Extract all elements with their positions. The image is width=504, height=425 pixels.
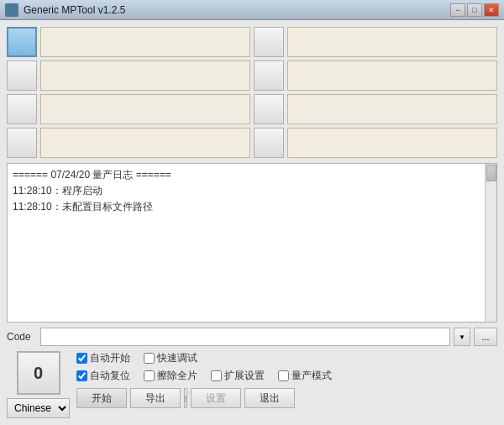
checkbox-auto-reset-input[interactable] <box>76 370 87 381</box>
language-select[interactable]: Chinese English <box>7 398 70 418</box>
checkbox-mass-production-label: 量产模式 <box>291 369 332 383</box>
slot-button-r1[interactable] <box>254 27 284 57</box>
checkbox-erase-all-input[interactable] <box>144 370 155 381</box>
code-dropdown-button[interactable]: ▼ <box>454 328 470 346</box>
slot-row-l2 <box>7 60 250 91</box>
log-line-2: 11:28:10：程序启动 <box>13 183 478 199</box>
checkbox-expand-settings-label: 扩展设置 <box>224 369 265 383</box>
slot-row-r1 <box>254 27 497 57</box>
slots-area <box>7 27 497 158</box>
checkbox-mass-production[interactable]: 量产模式 <box>278 369 332 383</box>
right-slots <box>254 27 497 158</box>
title-text: Generic MPTool v1.2.5 <box>24 4 125 16</box>
slot-button-r2[interactable] <box>254 60 284 91</box>
checkbox-auto-start-input[interactable] <box>76 353 87 364</box>
separator-button[interactable]: ⋮ <box>184 388 187 408</box>
title-buttons: − □ ✕ <box>450 3 499 17</box>
code-row: Code ▼ ... <box>7 328 497 346</box>
log-line-3: 11:28:10：未配置目标文件路径 <box>13 199 478 215</box>
export-button[interactable]: 导出 <box>130 388 181 408</box>
code-browse-button[interactable]: ... <box>474 328 497 346</box>
slot-row-l1 <box>7 27 250 57</box>
settings-button[interactable]: 设置 <box>191 388 241 408</box>
checkbox-auto-reset-label: 自动复位 <box>90 369 130 383</box>
slot-display-l4 <box>40 128 250 158</box>
counter-value: 0 <box>34 364 43 383</box>
slot-display-l1 <box>40 27 250 57</box>
log-area: ====== 07/24/20 量产日志 ====== 11:28:10：程序启… <box>7 163 497 323</box>
checkbox-erase-all-label: 擦除全片 <box>157 369 197 383</box>
app-icon <box>5 3 18 17</box>
log-content: ====== 07/24/20 量产日志 ====== 11:28:10：程序启… <box>13 167 491 216</box>
slot-display-r4 <box>287 128 497 158</box>
checkbox-mass-production-input[interactable] <box>278 370 289 381</box>
counter-column: 0 Chinese English <box>7 351 70 418</box>
left-slots <box>7 27 250 158</box>
slot-row-r4 <box>254 128 497 158</box>
checkbox-row-2: 自动复位 擦除全片 扩展设置 量产模式 <box>76 369 497 383</box>
checkbox-erase-all[interactable]: 擦除全片 <box>144 369 197 383</box>
main-container: ====== 07/24/20 量产日志 ====== 11:28:10：程序启… <box>0 20 504 425</box>
slot-row-r2 <box>254 60 497 91</box>
slot-display-r3 <box>287 94 497 124</box>
slot-button-l3[interactable] <box>7 94 37 124</box>
checkbox-auto-reset[interactable]: 自动复位 <box>76 369 130 383</box>
buttons-row: 开始 导出 ⋮ 设置 退出 <box>76 388 497 408</box>
bottom-controls: 0 Chinese English 自动开始 快速调试 <box>7 351 497 418</box>
log-scrollbar-thumb[interactable] <box>486 165 496 181</box>
log-line-1: ====== 07/24/20 量产日志 ====== <box>13 167 478 183</box>
start-button[interactable]: 开始 <box>76 388 127 408</box>
checkbox-fast-debug-label: 快速调试 <box>157 351 197 365</box>
slot-row-l4 <box>7 128 250 158</box>
slot-button-l1[interactable] <box>7 27 37 57</box>
exit-button[interactable]: 退出 <box>244 388 295 408</box>
slot-display-l3 <box>40 94 250 124</box>
close-button[interactable]: ✕ <box>484 3 499 17</box>
slot-row-r3 <box>254 94 497 124</box>
checkbox-expand-settings[interactable]: 扩展设置 <box>211 369 265 383</box>
slot-button-l2[interactable] <box>7 60 37 91</box>
title-bar: Generic MPTool v1.2.5 − □ ✕ <box>0 0 504 20</box>
checkbox-fast-debug[interactable]: 快速调试 <box>144 351 197 365</box>
minimize-button[interactable]: − <box>450 3 465 17</box>
slot-button-l4[interactable] <box>7 128 37 158</box>
slot-display-r1 <box>287 27 497 57</box>
slot-row-l3 <box>7 94 250 124</box>
log-scrollbar[interactable] <box>485 164 496 322</box>
code-label: Code <box>7 331 37 343</box>
checkbox-row-1: 自动开始 快速调试 <box>76 351 497 365</box>
slot-display-l2 <box>40 60 250 91</box>
slot-button-r3[interactable] <box>254 94 284 124</box>
code-input[interactable] <box>40 328 450 346</box>
checkbox-expand-settings-input[interactable] <box>211 370 222 381</box>
checkbox-auto-start-label: 自动开始 <box>90 351 130 365</box>
counter-box: 0 <box>17 351 60 395</box>
slot-button-r4[interactable] <box>254 128 284 158</box>
checkbox-fast-debug-input[interactable] <box>144 353 155 364</box>
checkboxes-area: 自动开始 快速调试 自动复位 擦除全片 扩展设置 <box>76 351 497 408</box>
maximize-button[interactable]: □ <box>467 3 482 17</box>
checkbox-auto-start[interactable]: 自动开始 <box>76 351 130 365</box>
slot-display-r2 <box>287 60 497 91</box>
